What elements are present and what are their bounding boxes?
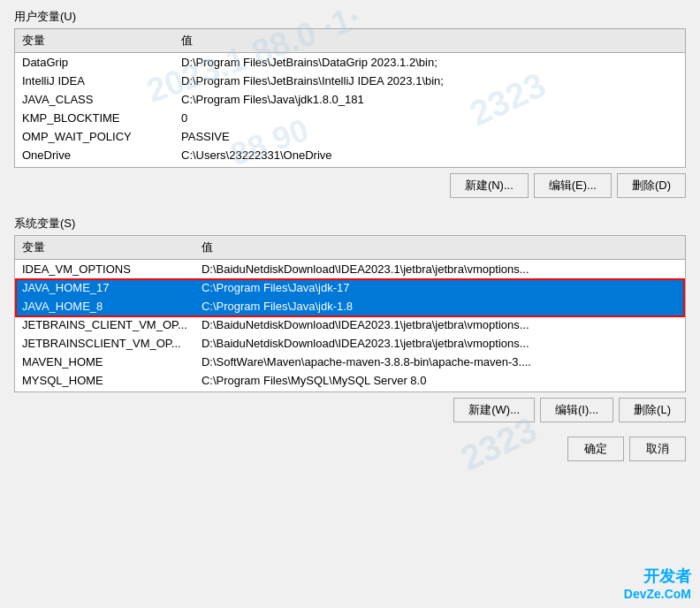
system-vars-row[interactable]: MYSQL_HOMEC:\Program Files\MySQL\MySQL S… [15, 371, 685, 390]
user-vars-table-container: 变量 值 DataGripD:\Program Files\JetBrains\… [14, 28, 686, 168]
system-vars-table: 变量 值 IDEA_VM_OPTIONSD:\BaiduNetdiskDownl… [15, 236, 685, 392]
cancel-button[interactable]: 取消 [629, 437, 686, 461]
system-vars-row[interactable]: JAVA_HOME_17C:\Program Files\Java\jdk-17 [15, 278, 685, 297]
user-vars-btn-row: 新建(N)... 编辑(E)... 删除(D) [14, 173, 686, 198]
confirm-row: 确定 取消 开发者 DevZe.CoM [14, 437, 686, 461]
user-vars-label: 用户变量(U) [14, 9, 686, 25]
system-vars-row[interactable]: IDEA_VM_OPTIONSD:\BaiduNetdiskDownload\I… [15, 260, 685, 279]
system-vars-btn-row: 新建(W)... 编辑(I)... 删除(L) [14, 398, 686, 422]
user-vars-delete-button[interactable]: 删除(D) [617, 173, 686, 198]
system-vars-label: 系统变量(S) [14, 216, 686, 232]
user-vars-col-var: 变量 [15, 29, 174, 53]
user-vars-row[interactable]: KMP_BLOCKTIME0 [15, 109, 685, 127]
system-vars-row[interactable]: JETBRAINS_CLIENT_VM_OP...D:\BaiduNetdisk… [15, 315, 685, 334]
system-vars-section: 系统变量(S) 变量 值 IDEA_VM_OPTIONSD:\BaiduNetd… [14, 216, 686, 428]
system-vars-row[interactable]: JAVA_HOME_8C:\Program Files\Java\jdk-1.8 [15, 297, 685, 315]
user-vars-edit-button[interactable]: 编辑(E)... [534, 173, 612, 198]
system-vars-table-container: 变量 值 IDEA_VM_OPTIONSD:\BaiduNetdiskDownl… [14, 235, 686, 392]
brand-text1: 开发者 [624, 566, 691, 587]
system-vars-row[interactable]: MAVEN_HOMED:\SoftWare\Maven\apache-maven… [15, 353, 685, 371]
user-vars-table: 变量 值 DataGripD:\Program Files\JetBrains\… [15, 29, 685, 168]
brand-text2: DevZe.CoM [624, 587, 691, 601]
system-vars-col-var: 变量 [15, 236, 194, 260]
system-vars-row[interactable]: JETBRAINSCLIENT_VM_OP...D:\BaiduNetdiskD… [15, 334, 685, 353]
user-vars-header-row: 变量 值 [15, 29, 685, 53]
main-container: 用户变量(U) 变量 值 DataGripD:\Program Files\Je… [0, 0, 700, 608]
ok-button[interactable]: 确定 [567, 437, 624, 461]
user-vars-new-button[interactable]: 新建(N)... [450, 173, 529, 198]
user-vars-col-val: 值 [174, 29, 685, 53]
user-vars-row[interactable]: DataGripD:\Program Files\JetBrains\DataG… [15, 53, 685, 72]
system-vars-delete-button[interactable]: 删除(L) [619, 398, 686, 422]
system-vars-header-row: 变量 值 [15, 236, 685, 260]
system-vars-edit-button[interactable]: 编辑(I)... [540, 398, 613, 422]
user-vars-row[interactable]: OMP_WAIT_POLICYPASSIVE [15, 127, 685, 146]
system-vars-col-val: 值 [194, 236, 685, 260]
user-vars-row[interactable]: IntelliJ IDEAD:\Program Files\JetBrains\… [15, 72, 685, 90]
user-vars-row[interactable]: OneDriveC:\Users\23222331\OneDrive [15, 146, 685, 164]
user-vars-section: 用户变量(U) 变量 值 DataGripD:\Program Files\Je… [14, 9, 686, 203]
user-vars-row[interactable]: JAVA_CLASSC:\Program Files\Java\jdk1.8.0… [15, 90, 685, 109]
user-vars-row[interactable]: OneDriveConsumerC:\Users\23222331\OneDri… [15, 164, 685, 168]
system-vars-row[interactable]: NUMBER_OF_PROCESSORS16 [15, 390, 685, 392]
system-vars-new-button[interactable]: 新建(W)... [453, 398, 535, 422]
